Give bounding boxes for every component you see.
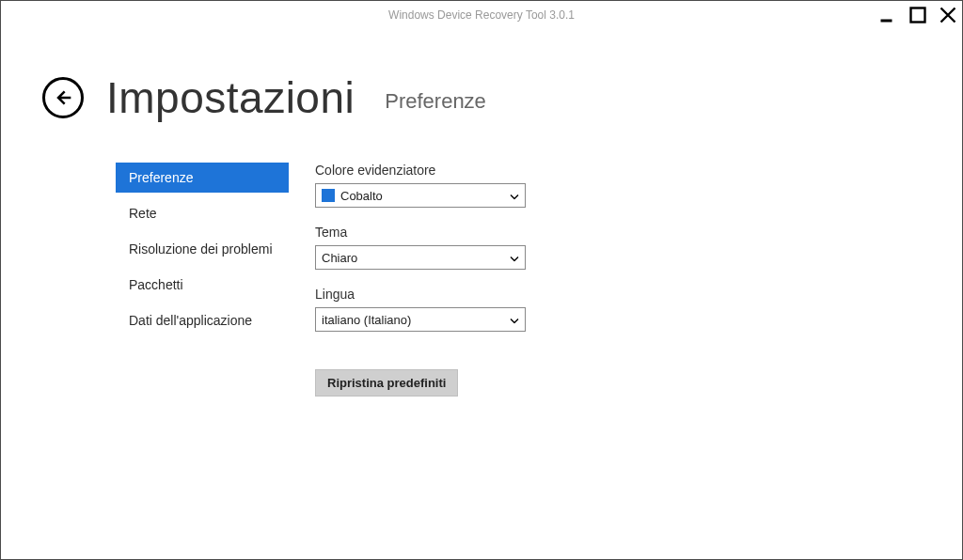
page-title: Impostazioni <box>106 72 355 123</box>
window-controls <box>879 1 956 29</box>
highlight-color-value: Cobalto <box>340 189 383 203</box>
chevron-down-icon <box>510 313 519 327</box>
svg-rect-1 <box>911 8 925 23</box>
theme-select[interactable]: Chiaro <box>315 245 526 270</box>
window-title: Windows Device Recovery Tool 3.0.1 <box>388 8 575 22</box>
sidebar-item-label: Pacchetti <box>129 277 183 292</box>
sidebar-item-preferences[interactable]: Preferenze <box>116 163 289 193</box>
theme-label: Tema <box>315 225 921 240</box>
preferences-pane: Colore evidenziatore Cobalto Tema Chiaro <box>315 163 921 397</box>
highlight-color-field: Colore evidenziatore Cobalto <box>315 163 921 208</box>
page-subtitle: Preferenze <box>385 89 486 114</box>
color-swatch-icon <box>322 189 335 202</box>
sidebar-item-label: Risoluzione dei problemi <box>129 241 273 257</box>
page-header: Impostazioni Preferenze <box>42 72 921 123</box>
theme-value: Chiaro <box>322 251 357 265</box>
minimize-button[interactable] <box>879 7 896 23</box>
titlebar: Windows Device Recovery Tool 3.0.1 <box>1 1 962 29</box>
theme-field: Tema Chiaro <box>315 225 921 270</box>
language-label: Lingua <box>315 287 921 302</box>
reset-defaults-button[interactable]: Ripristina predefiniti <box>315 369 458 397</box>
svg-rect-0 <box>881 20 892 23</box>
back-button[interactable] <box>42 77 84 118</box>
sidebar-item-label: Preferenze <box>129 170 193 185</box>
highlight-color-label: Colore evidenziatore <box>315 163 921 178</box>
sidebar-item-troubleshooting[interactable]: Risoluzione dei problemi <box>116 234 289 264</box>
sidebar: Preferenze Rete Risoluzione dei problemi… <box>116 163 289 397</box>
sidebar-item-label: Dati dell'applicazione <box>129 313 252 328</box>
sidebar-item-packages[interactable]: Pacchetti <box>116 270 289 300</box>
language-value: italiano (Italiano) <box>322 313 411 327</box>
maximize-button[interactable] <box>909 7 926 23</box>
language-select[interactable]: italiano (Italiano) <box>315 307 526 332</box>
sidebar-item-appdata[interactable]: Dati dell'applicazione <box>116 305 289 335</box>
sidebar-item-label: Rete <box>129 206 157 221</box>
close-button[interactable] <box>939 7 956 23</box>
language-field: Lingua italiano (Italiano) <box>315 287 921 332</box>
chevron-down-icon <box>510 189 519 203</box>
sidebar-item-network[interactable]: Rete <box>116 198 289 228</box>
chevron-down-icon <box>510 251 519 265</box>
arrow-left-icon <box>54 88 72 107</box>
highlight-color-select[interactable]: Cobalto <box>315 183 526 208</box>
